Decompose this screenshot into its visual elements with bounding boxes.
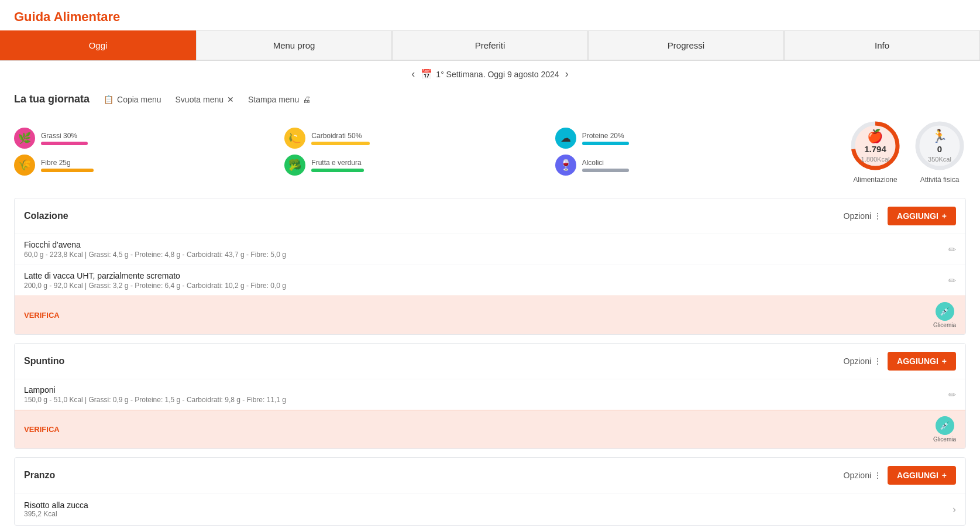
alimentazione-target: 1.800Kcal — [861, 156, 890, 163]
colazione-verifica-button[interactable]: VERIFICA — [24, 311, 60, 320]
svuota-menu-label: Svuota menu — [176, 95, 224, 104]
copy-icon: 📋 — [104, 95, 114, 104]
pranzo-more-icon: ⋮ — [874, 471, 882, 480]
macro-proteine-label: Proteine 20% — [582, 132, 629, 140]
app-header: Guida Alimentare — [0, 0, 980, 30]
food-latte-details: 200,0 g - 92,0 Kcal | Grassi: 3,2 g - Pr… — [24, 282, 286, 290]
stampa-menu-button[interactable]: Stampa menu 🖨 — [248, 95, 311, 104]
tab-info[interactable]: Info — [784, 30, 980, 60]
tab-oggi[interactable]: Oggi — [0, 30, 196, 60]
meal-spuntino-actions: Opzioni ⋮ AGGIUNGI + — [844, 352, 956, 371]
clear-icon: ✕ — [227, 95, 234, 104]
macro-grassi-label: Grassi 30% — [41, 132, 88, 140]
colazione-more-icon: ⋮ — [874, 211, 882, 221]
alimentazione-value: 1.794 — [861, 144, 890, 154]
copia-menu-label: Copia menu — [117, 95, 161, 104]
colazione-options-label: Opzioni — [844, 211, 871, 221]
meal-pranzo-title: Pranzo — [24, 470, 55, 481]
week-label: 📅 1° Settimana. Oggi 9 agosto 2024 — [421, 68, 559, 80]
meal-colazione-actions: Opzioni ⋮ AGGIUNGI + — [844, 207, 956, 225]
stat-attivita: 🏃 0 350Kcal Attività fisica — [913, 119, 966, 184]
stampa-menu-label: Stampa menu — [248, 95, 299, 104]
meal-spuntino-title: Spuntino — [24, 356, 64, 366]
macro-fibre: 🌾 Fibre 25g — [14, 155, 284, 176]
colazione-glycemia-label: Glicemia — [933, 322, 956, 328]
colazione-glycemia-icon: 💉 — [936, 302, 954, 321]
food-risotto[interactable]: Risotto alla zucca 395,2 Kcal › — [15, 493, 965, 525]
macro-frutta-bar-wrap: Frutta e verdura — [311, 159, 364, 172]
protein-icon: ☁ — [555, 128, 576, 149]
attivita-label: Attività fisica — [920, 176, 960, 184]
spuntino-add-label: AGGIUNGI — [897, 356, 938, 366]
spuntino-options-button[interactable]: Opzioni ⋮ — [844, 356, 882, 366]
macro-proteine: ☁ Proteine 20% — [555, 128, 826, 149]
stat-alimentazione: 🍎 1.794 1.800Kcal Alimentazione — [849, 119, 902, 184]
macro-frutta-bar — [311, 169, 364, 172]
day-section: La tua giornata 📋 Copia menu Svuota menu… — [0, 87, 980, 105]
colazione-verifica-row: VERIFICA 💉 Glicemia — [15, 296, 965, 334]
circle-alimentazione-inner: 🍎 1.794 1.800Kcal — [861, 129, 890, 163]
food-lamponi-name: Lamponi — [24, 385, 286, 395]
food-lamponi-edit-button[interactable]: ✏ — [948, 389, 956, 400]
macro-fibre-label: Fibre 25g — [41, 159, 94, 167]
food-fiocchi-name: Fiocchi d'avena — [24, 240, 286, 249]
meal-colazione-title: Colazione — [24, 211, 68, 221]
spuntino-verifica-button[interactable]: VERIFICA — [24, 425, 60, 434]
food-latte-info: Latte di vacca UHT, parzialmente scremat… — [24, 271, 286, 290]
food-lamponi: Lamponi 150,0 g - 51,0 Kcal | Grassi: 0,… — [15, 379, 965, 410]
tab-preferiti[interactable]: Preferiti — [392, 30, 588, 60]
pranzo-add-button[interactable]: AGGIUNGI + — [888, 466, 956, 485]
tab-menu-prog[interactable]: Menu prog — [196, 30, 392, 60]
macro-group-3: ☁ Proteine 20% 🍷 Alcolici — [555, 128, 826, 176]
spuntino-verifica-row: VERIFICA 💉 Glicemia — [15, 410, 965, 448]
food-fiocchi-edit-button[interactable]: ✏ — [948, 244, 956, 255]
pranzo-options-label: Opzioni — [844, 471, 871, 480]
meal-pranzo-actions: Opzioni ⋮ AGGIUNGI + — [844, 466, 956, 485]
day-title: La tua giornata — [14, 93, 90, 105]
print-icon: 🖨 — [302, 95, 311, 104]
food-fiocchi-details: 60,0 g - 223,8 Kcal | Grassi: 4,5 g - Pr… — [24, 251, 286, 259]
meal-colazione: Colazione Opzioni ⋮ AGGIUNGI + Fiocchi d… — [14, 198, 966, 335]
spuntino-plus-icon: + — [942, 356, 947, 366]
macro-alcolici-bar — [582, 169, 629, 172]
macro-alcolici-label: Alcolici — [582, 159, 629, 167]
svuota-menu-button[interactable]: Svuota menu ✕ — [176, 95, 235, 104]
fat-icon: 🌿 — [14, 128, 35, 149]
meal-colazione-header: Colazione Opzioni ⋮ AGGIUNGI + — [15, 198, 965, 234]
macro-carb-label: Carboidrati 50% — [311, 132, 370, 140]
spuntino-add-button[interactable]: AGGIUNGI + — [888, 352, 956, 371]
colazione-glycemia-badge: 💉 Glicemia — [933, 302, 956, 328]
pranzo-add-label: AGGIUNGI — [897, 471, 938, 480]
macro-fibre-bar — [41, 169, 94, 172]
macros-container: 🌿 Grassi 30% 🌾 Fibre 25g 🍋 Carboidrati 5… — [0, 114, 980, 190]
macro-frutta: 🥦 Frutta e verdura — [284, 155, 555, 176]
food-risotto-info: Risotto alla zucca 395,2 Kcal — [24, 500, 88, 518]
macro-proteine-bar-wrap: Proteine 20% — [582, 132, 629, 145]
colazione-add-button[interactable]: AGGIUNGI + — [888, 207, 956, 225]
macro-alcolici-bar-wrap: Alcolici — [582, 159, 629, 172]
pranzo-options-button[interactable]: Opzioni ⋮ — [844, 471, 882, 480]
carb-icon: 🍋 — [284, 128, 305, 149]
week-prev-button[interactable]: ‹ — [411, 68, 415, 80]
fiber-icon: 🌾 — [14, 155, 35, 176]
circle-attivita-inner: 🏃 0 350Kcal — [928, 129, 951, 163]
macro-grassi: 🌿 Grassi 30% — [14, 128, 284, 149]
tab-progressi[interactable]: Progressi — [588, 30, 784, 60]
colazione-options-button[interactable]: Opzioni ⋮ — [844, 211, 882, 221]
circle-alimentazione: 🍎 1.794 1.800Kcal — [849, 119, 902, 172]
food-fiocchi: Fiocchi d'avena 60,0 g - 223,8 Kcal | Gr… — [15, 234, 965, 265]
spuntino-glycemia-label: Glicemia — [933, 436, 956, 443]
spuntino-options-label: Opzioni — [844, 356, 871, 366]
app-title: Guida Alimentare — [14, 9, 966, 25]
calendar-icon: 📅 — [421, 68, 432, 80]
stats-container: 🍎 1.794 1.800Kcal Alimentazione 🏃 0 350K… — [849, 119, 966, 184]
attivita-target: 350Kcal — [928, 156, 951, 163]
copia-menu-button[interactable]: 📋 Copia menu — [104, 95, 161, 104]
week-next-button[interactable]: › — [565, 68, 569, 80]
spuntino-more-icon: ⋮ — [874, 356, 882, 366]
macro-proteine-bar — [582, 142, 629, 145]
food-latte-edit-button[interactable]: ✏ — [948, 275, 956, 286]
macro-frutta-label: Frutta e verdura — [311, 159, 364, 167]
week-text: 1° Settimana. Oggi 9 agosto 2024 — [436, 70, 559, 79]
colazione-plus-icon: + — [942, 211, 947, 221]
